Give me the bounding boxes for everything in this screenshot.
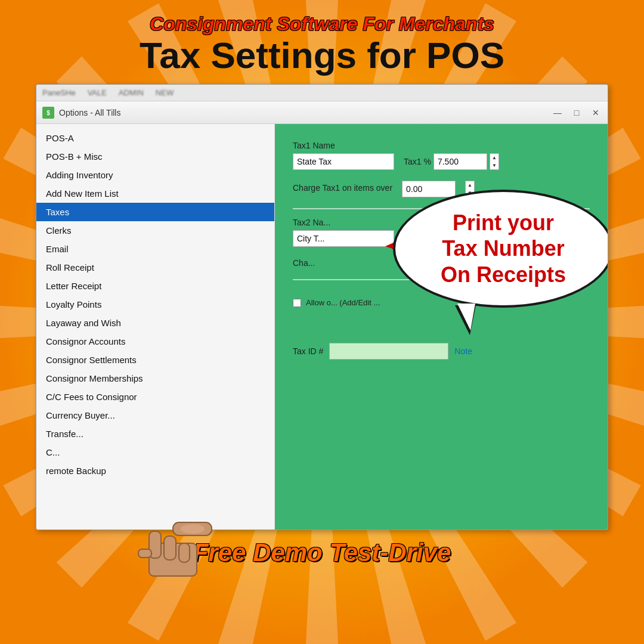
sidebar: POS-A POS-B + Misc Adding Inventory Add … [36,124,275,530]
bubble-line2: Tax Number [407,236,599,261]
main-content: Tax1 Name Tax1 % ▲ ▼ [275,124,608,530]
sidebar-item-consignor-memberships[interactable]: Consignor Memberships [36,369,274,388]
tax1-name-row: Tax1 Name Tax1 % ▲ ▼ [293,141,590,170]
close-button[interactable]: ✕ [590,107,602,119]
tax1-percent-down[interactable]: ▼ [490,162,499,169]
bubble-line1: Print your [407,210,599,236]
tax-id-input[interactable] [329,343,448,360]
topbar-item-1: PaneSHe [42,88,76,97]
speech-bubble: Print your Tax Number On Receipts [393,190,608,308]
sidebar-item-taxes[interactable]: Taxes [36,203,274,221]
sidebar-item-clerks[interactable]: Clerks [36,221,274,240]
svg-rect-31 [164,536,176,560]
sidebar-item-loyalty-points[interactable]: Loyalty Points [36,295,274,314]
tax1-name-input[interactable] [293,153,394,170]
charge-tax1-up[interactable]: ▲ [466,181,474,189]
window-titlebar: $ Options - All Tills — □ ✕ [36,101,608,124]
svg-rect-33 [138,549,151,558]
svg-point-34 [181,524,205,534]
tax1-inline-row: Tax1 % ▲ ▼ [293,153,590,170]
hand-pointer [113,496,244,593]
topbar-item-4: NEW [156,88,174,97]
sidebar-item-consignor-accounts[interactable]: Consignor Accounts [36,332,274,351]
sidebar-item-remote-backup[interactable]: remote Backup [36,462,274,480]
tax1-percent-spinner[interactable]: ▲ ▼ [490,153,499,170]
content-wrapper: Consignment Software For Merchants Tax S… [0,0,644,644]
charge-tax2-label: Cha... [293,258,315,268]
charge-tax1-label: Charge Tax1 on items over [293,183,392,193]
sidebar-item-pos-b[interactable]: POS-B + Misc [36,147,274,166]
tax1-name-label: Tax1 Name [293,141,590,150]
tax-id-row: Tax ID # Note [293,343,590,360]
sidebar-item-transfers[interactable]: Transfe... [36,425,274,443]
svg-rect-32 [179,543,190,562]
sidebar-item-currency-buyer[interactable]: Currency Buyer... [36,406,274,425]
charge-tax1-input[interactable] [402,181,456,197]
sidebar-item-adding-inventory[interactable]: Adding Inventory [36,166,274,184]
bubble-line3: On Receipts [407,262,599,287]
sidebar-item-letter-receipt[interactable]: Letter Receipt [36,277,274,295]
window-topbar: PaneSHe VALE ADMIN NEW [36,85,608,101]
sidebar-item-cc-fees[interactable]: C/C Fees to Consignor [36,388,274,406]
svg-text:$: $ [47,110,50,116]
window-body: POS-A POS-B + Misc Adding Inventory Add … [36,124,608,530]
tax1-percent-group: Tax1 % ▲ ▼ [404,153,499,170]
tax1-percent-input[interactable] [434,153,487,170]
topbar-item-3: ADMIN [119,88,144,97]
window-title: Options - All Tills [59,108,552,117]
allow-checkbox[interactable] [293,299,301,307]
allow-label: Allow o... (Add/Edit ... [306,298,380,307]
tax1-percent-up[interactable]: ▲ [490,154,499,162]
tax1-percent-label: Tax1 % [404,157,431,166]
minimize-button[interactable]: — [552,107,564,119]
sidebar-item-add-new-item-list[interactable]: Add New Item List [36,184,274,203]
tax-id-label: Tax ID # [293,346,323,356]
app-window: PaneSHe VALE ADMIN NEW $ Options - All T… [36,84,608,530]
sidebar-item-pos-a[interactable]: POS-A [36,129,274,147]
window-app-icon: $ [42,107,54,119]
sidebar-item-c[interactable]: C... [36,443,274,462]
topbar-item-2: VALE [88,88,107,97]
window-controls: — □ ✕ [552,107,602,119]
sidebar-item-roll-receipt[interactable]: Roll Receipt [36,258,274,277]
header-title: Tax Settings for POS [140,35,504,76]
maximize-button[interactable]: □ [571,107,583,119]
header: Consignment Software For Merchants Tax S… [140,0,504,80]
sidebar-item-layaway[interactable]: Layaway and Wish [36,314,274,332]
note-link[interactable]: Note [454,346,472,356]
sidebar-item-consignor-settlements[interactable]: Consignor Settlements [36,351,274,369]
header-subtitle: Consignment Software For Merchants [140,13,504,35]
sidebar-item-email[interactable]: Email [36,240,274,258]
